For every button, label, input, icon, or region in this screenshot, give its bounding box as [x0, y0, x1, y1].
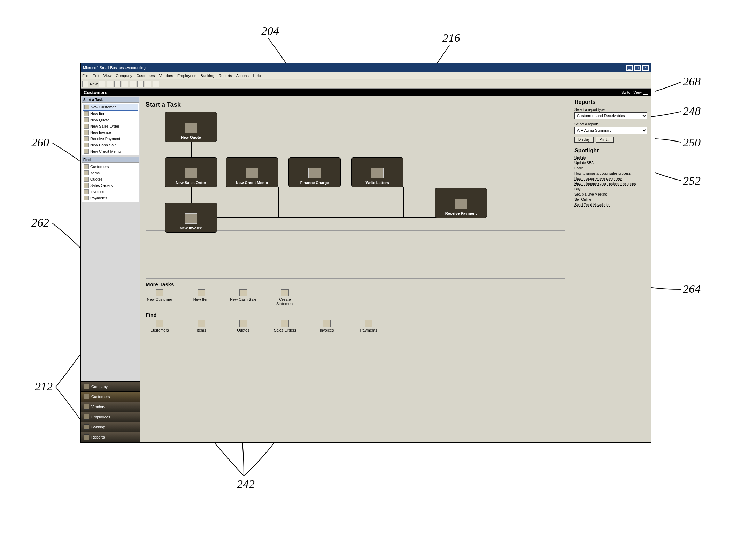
- sidebar-item-new-invoice[interactable]: New Invoice: [83, 129, 138, 136]
- nav-reports[interactable]: Reports: [81, 432, 140, 442]
- find-customers[interactable]: Customers: [146, 320, 173, 332]
- find-item-customers[interactable]: Customers: [83, 163, 138, 170]
- find-quotes[interactable]: Quotes: [229, 320, 257, 332]
- nav-vendors[interactable]: Vendors: [81, 402, 140, 412]
- find-sales-orders[interactable]: Sales Orders: [271, 320, 299, 332]
- find-payments[interactable]: Payments: [355, 320, 383, 332]
- invoice-icon: [84, 130, 89, 135]
- tile-receive-payment[interactable]: Receive Payment: [435, 188, 487, 218]
- task-label: Invoices: [320, 328, 334, 332]
- new-cash-sale-icon: [239, 289, 247, 296]
- spotlight-link[interactable]: Send Email Newsletters: [574, 203, 647, 207]
- menu-actions[interactable]: Actions: [236, 74, 249, 78]
- tile-new-quote[interactable]: New Quote: [165, 112, 217, 142]
- tile-write-letters[interactable]: Write Letters: [351, 157, 403, 187]
- nav-banking[interactable]: Banking: [81, 422, 140, 432]
- sel-report-label: Select a report:: [574, 122, 598, 126]
- menu-help[interactable]: Help: [253, 74, 261, 78]
- spotlight-link[interactable]: How to jumpstart your sales process: [574, 172, 647, 175]
- tile-finance-charge[interactable]: Finance Charge: [288, 157, 341, 187]
- menubar: File Edit View Company Customers Vendors…: [81, 72, 651, 79]
- task-new-cash-sale[interactable]: New Cash Sale: [229, 289, 257, 306]
- display-button[interactable]: Display: [574, 137, 594, 143]
- callout-260: 260: [31, 136, 49, 149]
- find-items[interactable]: Items: [187, 320, 215, 332]
- find-row-title: Find: [146, 312, 565, 318]
- spotlight-link[interactable]: How to improve your customer relations: [574, 182, 647, 186]
- menu-view[interactable]: View: [103, 74, 112, 78]
- sidebar-item-new-quote[interactable]: New Quote: [83, 117, 138, 123]
- sidebar-item-new-sales-order[interactable]: New Sales Order: [83, 123, 138, 129]
- report-select[interactable]: A/R Aging Summary: [574, 127, 647, 134]
- items-icon: [84, 170, 89, 175]
- toolbar-btn[interactable]: [114, 81, 121, 87]
- find-item-items[interactable]: Items: [83, 170, 138, 176]
- task-label: Create Statement: [271, 297, 299, 306]
- menu-customers[interactable]: Customers: [136, 74, 155, 78]
- sidebar-item-new-credit-memo[interactable]: New Credit Memo: [83, 148, 138, 154]
- maximize-icon[interactable]: □: [634, 65, 641, 71]
- tile-new-sales-order[interactable]: New Sales Order: [165, 157, 217, 187]
- task-new-customer[interactable]: New Customer: [146, 289, 173, 306]
- payments-icon: [84, 196, 89, 200]
- spotlight-link[interactable]: Learn: [574, 166, 647, 170]
- find-item-quotes[interactable]: Quotes: [83, 176, 138, 182]
- sidebar-item-new-cash-sale[interactable]: New Cash Sale: [83, 142, 138, 148]
- spotlight-link[interactable]: Update: [574, 156, 647, 160]
- nav-label: Employees: [91, 415, 110, 419]
- find-item-sales-orders[interactable]: Sales Orders: [83, 182, 138, 189]
- nav-stack: Company Customers Vendors Employees Bank…: [81, 381, 140, 442]
- menu-reports[interactable]: Reports: [218, 74, 232, 78]
- sidebar-item-receive-payment[interactable]: Receive Payment: [83, 136, 138, 142]
- toolbar-btn[interactable]: [153, 81, 159, 87]
- spotlight-link[interactable]: Setup a Live Meeting: [574, 192, 647, 196]
- nav-employees[interactable]: Employees: [81, 412, 140, 422]
- tile-new-credit-memo[interactable]: New Credit Memo: [226, 157, 278, 187]
- sel-type-label: Select a report type:: [574, 108, 606, 112]
- minimize-icon[interactable]: _: [626, 65, 633, 71]
- find-item-payments[interactable]: Payments: [83, 195, 138, 201]
- find-invoices-icon: [323, 320, 331, 327]
- spotlight-link[interactable]: Update SBA: [574, 161, 647, 165]
- sidebar-item-new-item[interactable]: New Item: [83, 111, 138, 117]
- sidebar-item-new-customer[interactable]: New Customer: [83, 104, 138, 111]
- menu-company[interactable]: Company: [116, 74, 132, 78]
- menu-vendors[interactable]: Vendors: [159, 74, 173, 78]
- find-item-invoices[interactable]: Invoices: [83, 189, 138, 195]
- toolbar-btn[interactable]: [137, 81, 144, 87]
- spotlight-link[interactable]: How to acquire new customers: [574, 177, 647, 181]
- spotlight-link[interactable]: Sell Online: [574, 198, 647, 201]
- menu-banking[interactable]: Banking: [200, 74, 214, 78]
- print-button[interactable]: Print...: [596, 137, 614, 143]
- task-create-statement[interactable]: Create Statement: [271, 289, 299, 306]
- spotlight-link[interactable]: Buy: [574, 187, 647, 191]
- switch-view-link[interactable]: Switch View: [621, 90, 642, 94]
- start-task-panel: Start a Task New Customer New Item New Q…: [82, 97, 139, 155]
- menu-edit[interactable]: Edit: [93, 74, 99, 78]
- toolbar-btn[interactable]: [145, 81, 151, 87]
- sidebar-item-label: New Sales Order: [90, 124, 119, 128]
- start-task-title: Start a Task: [146, 101, 565, 108]
- toolbar-btn[interactable]: [130, 81, 136, 87]
- report-type-select[interactable]: Customers and Receivables: [574, 112, 647, 119]
- menu-employees[interactable]: Employees: [177, 74, 196, 78]
- toolbar-new-label[interactable]: New: [90, 82, 98, 86]
- close-icon[interactable]: ×: [642, 65, 649, 71]
- find-invoices[interactable]: Invoices: [313, 320, 341, 332]
- quotes-icon: [84, 177, 89, 182]
- nav-customers[interactable]: Customers: [81, 391, 140, 402]
- sidebar-item-label: New Item: [90, 112, 106, 116]
- toolbar-btn[interactable]: [99, 81, 105, 87]
- tile-label: Write Letters: [365, 181, 389, 185]
- banking-icon: [84, 424, 89, 430]
- toolbar-btn[interactable]: [107, 81, 113, 87]
- fc-tile-icon: [308, 168, 321, 178]
- switch-view-icon[interactable]: [643, 90, 648, 95]
- toolbar-btn[interactable]: [122, 81, 128, 87]
- tile-new-invoice[interactable]: New Invoice: [165, 203, 217, 233]
- menu-file[interactable]: File: [82, 74, 88, 78]
- nav-company[interactable]: Company: [81, 381, 140, 391]
- toolbar-btn[interactable]: [82, 81, 88, 87]
- credit-memo-icon: [84, 149, 89, 154]
- task-new-item[interactable]: New Item: [187, 289, 215, 306]
